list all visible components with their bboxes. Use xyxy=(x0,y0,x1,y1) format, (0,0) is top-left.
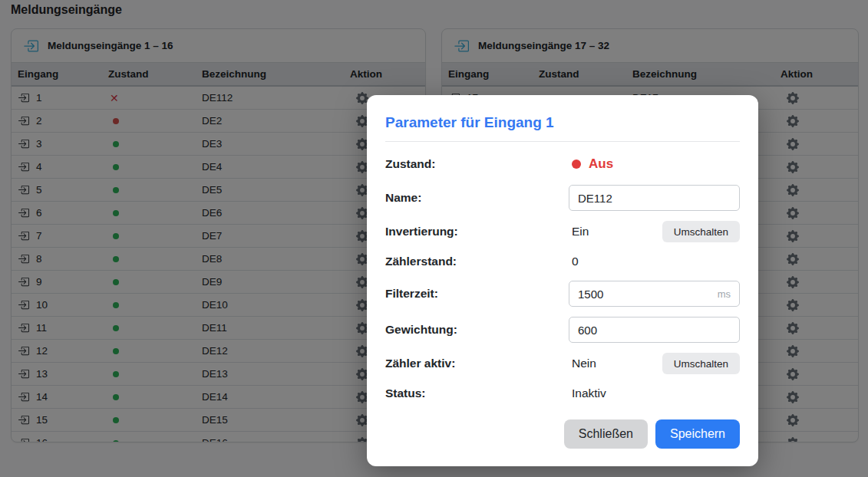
toggle-value: Ein xyxy=(569,225,589,238)
close-button[interactable]: Schließen xyxy=(564,419,648,449)
dialog-row: Name: xyxy=(385,185,740,211)
state-value: Aus xyxy=(589,156,613,172)
dialog-row: Status: Inaktiv xyxy=(385,384,740,403)
dialog-row: Gewichtung: xyxy=(385,317,740,343)
dialog-body: Zustand: Aus Name: Invertierung: EinUmsc… xyxy=(385,153,740,403)
dialog-row: Zustand: Aus xyxy=(385,153,740,175)
field-label: Zustand: xyxy=(385,157,569,171)
dialog-row: Filterzeit: ms xyxy=(385,281,740,307)
field-label: Filterzeit: xyxy=(385,287,569,301)
dialog-row: Zähler aktiv: NeinUmschalten xyxy=(385,353,740,374)
state-off-dot xyxy=(572,160,581,169)
field-label: Status: xyxy=(385,387,569,400)
divider xyxy=(385,141,740,142)
parameter-dialog: Parameter für Eingang 1 Zustand: Aus Nam… xyxy=(367,95,758,466)
gewichtung-field[interactable] xyxy=(569,317,740,343)
dialog-title: Parameter für Eingang 1 xyxy=(385,113,740,131)
field-label: Zähler aktiv: xyxy=(385,357,569,370)
unit-suffix: ms xyxy=(718,288,731,300)
name-field[interactable] xyxy=(569,185,740,211)
field-value: Inaktiv xyxy=(569,387,606,400)
field-label: Gewichtung: xyxy=(385,323,569,337)
save-button[interactable]: Speichern xyxy=(655,419,740,449)
toggle-value: Nein xyxy=(569,357,596,370)
filterzeit-field[interactable] xyxy=(569,281,740,307)
field-label: Name: xyxy=(385,191,569,205)
dialog-row: Invertierung: EinUmschalten xyxy=(385,221,740,242)
toggle-button[interactable]: Umschalten xyxy=(662,353,740,374)
field-label: Invertierung: xyxy=(385,225,569,238)
field-value: 0 xyxy=(569,255,579,268)
dialog-row: Zählerstand: 0 xyxy=(385,252,740,271)
toggle-button[interactable]: Umschalten xyxy=(662,221,740,242)
dialog-footer: Schließen Speichern xyxy=(385,419,740,449)
field-label: Zählerstand: xyxy=(385,255,569,268)
